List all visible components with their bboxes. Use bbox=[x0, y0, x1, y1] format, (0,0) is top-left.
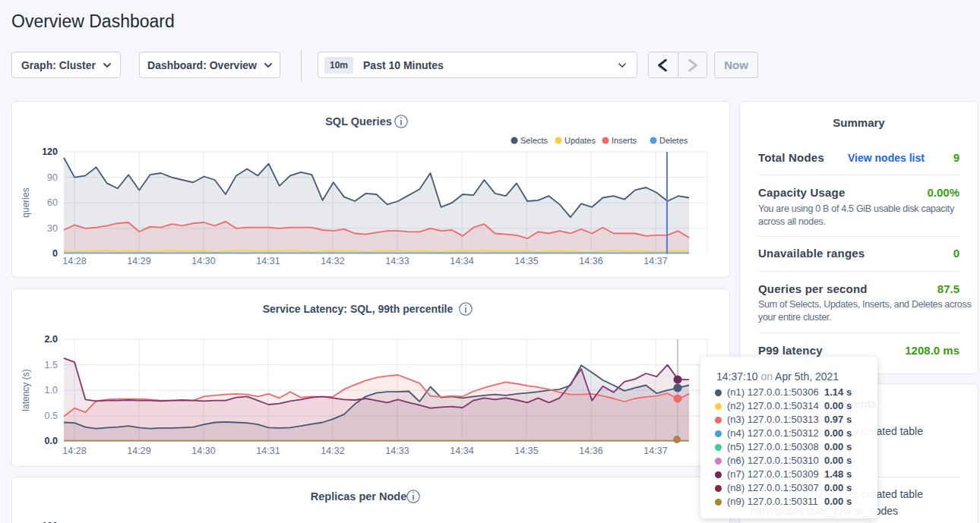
svg-text:Updates: Updates bbox=[564, 136, 596, 145]
svg-text:14:32: 14:32 bbox=[321, 256, 344, 266]
svg-text:14:30: 14:30 bbox=[191, 256, 215, 266]
svg-text:30: 30 bbox=[47, 223, 58, 234]
svg-text:1.0: 1.0 bbox=[45, 385, 58, 395]
svg-text:120: 120 bbox=[42, 147, 58, 157]
svg-text:14:37: 14:37 bbox=[643, 256, 667, 266]
svg-text:14:28: 14:28 bbox=[62, 446, 86, 456]
svg-text:14:29: 14:29 bbox=[127, 446, 150, 456]
svg-text:1.5: 1.5 bbox=[45, 360, 58, 370]
svg-text:14:30: 14:30 bbox=[191, 446, 215, 456]
svg-text:queries: queries bbox=[21, 187, 31, 217]
svg-text:SQL Queries: SQL Queries bbox=[325, 115, 392, 128]
svg-text:14:36: 14:36 bbox=[579, 256, 602, 266]
svg-text:0.5: 0.5 bbox=[45, 411, 58, 421]
svg-text:14:33: 14:33 bbox=[385, 446, 409, 456]
svg-text:14:31: 14:31 bbox=[256, 256, 280, 266]
svg-text:0.0: 0.0 bbox=[45, 436, 58, 446]
svg-text:120: 120 bbox=[42, 521, 58, 523]
svg-text:60: 60 bbox=[47, 197, 58, 208]
svg-text:14:34: 14:34 bbox=[450, 256, 473, 266]
svg-text:latency (s): latency (s) bbox=[21, 369, 31, 411]
svg-text:Deletes: Deletes bbox=[659, 136, 688, 145]
svg-text:14:34: 14:34 bbox=[450, 446, 473, 456]
svg-text:14:29: 14:29 bbox=[127, 256, 150, 266]
svg-text:14:35: 14:35 bbox=[514, 446, 538, 456]
svg-text:14:35: 14:35 bbox=[514, 256, 538, 266]
svg-text:14:37: 14:37 bbox=[643, 446, 667, 456]
svg-text:14:33: 14:33 bbox=[385, 256, 409, 266]
svg-text:Replicas per Node: Replicas per Node bbox=[311, 490, 407, 503]
svg-text:0: 0 bbox=[52, 248, 58, 259]
svg-text:Selects: Selects bbox=[520, 136, 548, 145]
svg-text:Inserts: Inserts bbox=[612, 136, 637, 145]
svg-text:14:31: 14:31 bbox=[256, 446, 280, 456]
svg-text:Service Latency: SQL, 99th per: Service Latency: SQL, 99th percentile bbox=[263, 303, 454, 315]
svg-text:14:28: 14:28 bbox=[62, 256, 86, 266]
svg-text:14:32: 14:32 bbox=[321, 446, 344, 456]
svg-text:14:36: 14:36 bbox=[579, 446, 602, 456]
svg-text:90: 90 bbox=[47, 172, 58, 183]
svg-text:2.0: 2.0 bbox=[45, 334, 58, 345]
